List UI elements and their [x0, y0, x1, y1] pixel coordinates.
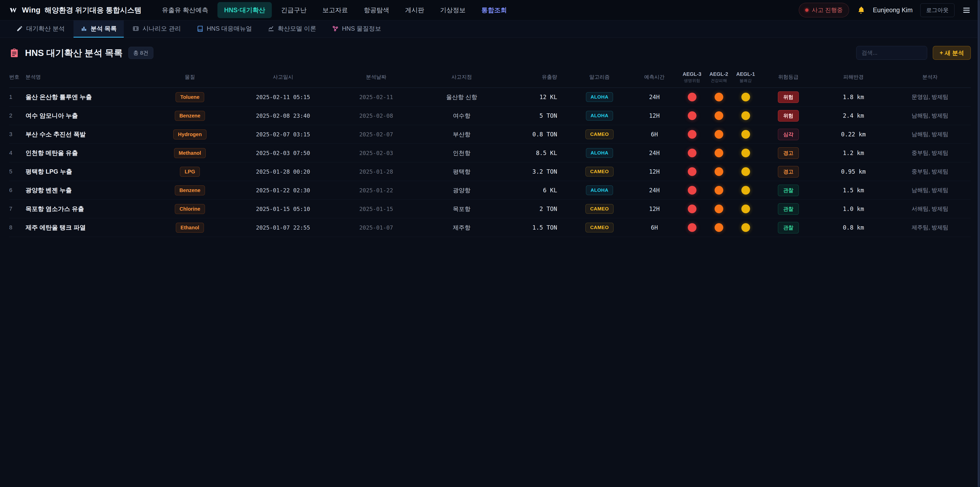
cell-aegl-3	[679, 167, 705, 176]
cell-accident-datetime: 2025-01-15 05:10	[232, 206, 334, 212]
cell-damage-radius: 0.8 km	[818, 224, 889, 231]
cell-analysis-name: 여수 암모니아 누출	[25, 112, 148, 120]
cell-analysis-date: 2025-02-07	[334, 131, 418, 138]
cell-aegl-3	[679, 186, 705, 195]
nav-item-3[interactable]: 보고자료	[316, 2, 355, 18]
nav-item-0[interactable]: 유출유 확산예측	[155, 2, 215, 18]
table-row[interactable]: 2여수 암모니아 누출Benzene2025-02-08 23:402025-0…	[9, 107, 971, 125]
status-dot-icon	[805, 8, 808, 12]
aegl-3-indicator-icon	[688, 167, 697, 176]
nav-item-4[interactable]: 항공탐색	[357, 2, 396, 18]
cell-location: 평택항	[418, 168, 505, 176]
nav-item-2[interactable]: 긴급구난	[274, 2, 313, 18]
nav-item-5[interactable]: 게시판	[398, 2, 431, 18]
cell-no: 1	[9, 94, 25, 101]
nav-item-7[interactable]: 통합조회	[475, 2, 514, 18]
table-header: 번호분석명물질사고일시분석날짜사고지점유출량알고리즘예측시간AEGL-3생명위험…	[9, 66, 971, 88]
cell-analysis-name: 광양항 벤젠 누출	[25, 186, 148, 194]
top-bar-right: 사고 진행중 Eunjeong Kim 로그아웃	[799, 3, 971, 18]
column-header-aegl2: AEGL-2건강피해	[705, 69, 732, 86]
table-row[interactable]: 5평택항 LPG 누출LPG2025-01-28 00:202025-01-28…	[9, 163, 971, 181]
tab-5[interactable]: HNS 물질정보	[325, 21, 388, 38]
aegl-1-indicator-icon	[741, 148, 750, 157]
algorithm-badge: ALOHA	[586, 148, 613, 158]
table-row[interactable]: 4인천항 메탄올 유출Methanol2025-02-03 07:502025-…	[9, 144, 971, 163]
cell-aegl-3	[679, 148, 705, 157]
cell-risk-grade: 위험	[759, 110, 818, 121]
table-row[interactable]: 8제주 에탄올 탱크 파열Ethanol2025-01-07 22:552025…	[9, 218, 971, 237]
cell-amount: 0.8 TON	[505, 131, 569, 138]
aegl-2-indicator-icon	[714, 111, 723, 120]
cell-aegl-2	[705, 223, 732, 232]
hamburger-menu-icon[interactable]	[962, 6, 971, 14]
cell-aegl-3	[679, 223, 705, 232]
book-icon	[197, 25, 204, 32]
table-row[interactable]: 1울산 온산항 톨루엔 누출Toluene2025-02-11 05:15202…	[9, 88, 971, 107]
cell-risk-grade: 관찰	[759, 222, 818, 233]
substance-badge: Benzene	[175, 111, 205, 121]
cell-no: 2	[9, 112, 25, 119]
column-header-radius: 피해반경	[818, 71, 889, 83]
algorithm-badge: CAMEO	[585, 204, 613, 214]
tab-label: 대기확산 분석	[26, 24, 65, 33]
tab-4[interactable]: 확산모델 이론	[261, 21, 323, 38]
table-row[interactable]: 3부산 수소 추진선 폭발Hydrogen2025-02-07 03:15202…	[9, 125, 971, 144]
bell-icon[interactable]	[857, 6, 865, 14]
scrollbar[interactable]	[977, 0, 980, 487]
tab-label: 시나리오 관리	[142, 24, 181, 33]
cell-analysis-name: 울산 온산항 톨루엔 누출	[25, 93, 148, 101]
cell-no: 7	[9, 206, 25, 212]
cell-accident-datetime: 2025-02-11 05:15	[232, 94, 334, 101]
cell-no: 3	[9, 131, 25, 138]
cell-aegl-2	[705, 167, 732, 176]
column-header-no: 번호	[9, 71, 25, 83]
table-row[interactable]: 6광양항 벤젠 누출Benzene2025-01-22 02:302025-01…	[9, 181, 971, 200]
cell-accident-datetime: 2025-02-08 23:40	[232, 113, 334, 119]
cell-substance: Ethanol	[148, 223, 232, 233]
cell-analyst: 제주팀, 방제팀	[889, 224, 971, 232]
tab-1[interactable]: 분석 목록	[73, 21, 124, 38]
cell-amount: 5 TON	[505, 112, 569, 119]
aegl-2-indicator-icon	[714, 93, 723, 101]
tab-2[interactable]: 시나리오 관리	[125, 21, 188, 38]
aegl-1-indicator-icon	[741, 204, 750, 213]
nav-item-1[interactable]: HNS·대기확산	[218, 2, 272, 18]
cell-risk-grade: 관찰	[759, 185, 818, 196]
column-header-name: 분석명	[25, 71, 148, 83]
cell-damage-radius: 0.95 km	[818, 168, 889, 175]
aegl-3-indicator-icon	[688, 111, 697, 120]
cell-algorithm: ALOHA	[569, 111, 630, 121]
cell-damage-radius: 1.2 km	[818, 150, 889, 156]
substance-badge: Benzene	[175, 185, 205, 195]
cell-aegl-1	[732, 93, 759, 101]
cell-aegl-2	[705, 111, 732, 120]
scrollbar-thumb[interactable]	[978, 0, 980, 487]
aegl-1-indicator-icon	[741, 223, 750, 232]
cell-analyst: 남해팀, 방제팀	[889, 131, 971, 138]
cell-no: 5	[9, 168, 25, 175]
cell-accident-datetime: 2025-01-07 22:55	[232, 225, 334, 231]
cell-amount: 1.5 TON	[505, 224, 569, 231]
molecule-icon	[332, 25, 339, 32]
aegl-2-indicator-icon	[714, 148, 723, 157]
cell-location: 광양항	[418, 187, 505, 194]
algorithm-badge: ALOHA	[586, 185, 613, 195]
table-row[interactable]: 7목포항 염소가스 유출Chlorine2025-01-15 05:102025…	[9, 200, 971, 218]
cell-predict-time: 24H	[630, 150, 679, 156]
substance-badge: Chlorine	[175, 204, 205, 214]
cell-analyst: 남해팀, 방제팀	[889, 112, 971, 120]
new-analysis-button[interactable]: + 새 분석	[933, 46, 971, 60]
cell-analysis-date: 2025-02-03	[334, 150, 418, 156]
cell-aegl-2	[705, 204, 732, 213]
tab-0[interactable]: 대기확산 분석	[9, 21, 72, 38]
nav-item-6[interactable]: 기상정보	[433, 2, 472, 18]
substance-badge: Toluene	[176, 92, 204, 102]
cell-aegl-1	[732, 130, 759, 139]
aegl-3-indicator-icon	[688, 93, 697, 101]
logout-button[interactable]: 로그아웃	[920, 3, 955, 17]
aegl-3-indicator-icon	[688, 186, 697, 195]
algorithm-badge: CAMEO	[585, 223, 613, 232]
cell-predict-time: 6H	[630, 131, 679, 138]
tab-3[interactable]: HNS 대응매뉴얼	[189, 21, 259, 38]
search-input[interactable]	[856, 46, 927, 60]
